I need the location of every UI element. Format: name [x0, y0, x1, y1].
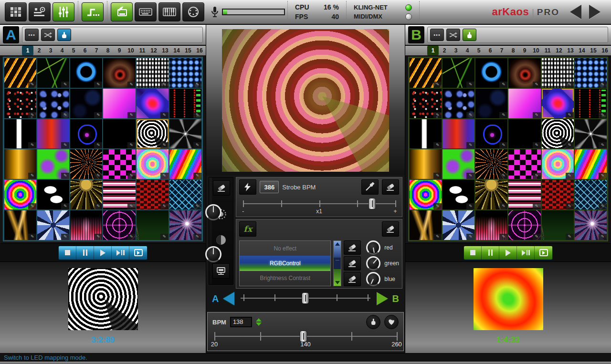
clip-cell-black-empty[interactable]: ✎	[508, 119, 540, 149]
clip-cell-light-starburst[interactable]: ✎	[169, 210, 201, 240]
strobe-eraser-button[interactable]	[382, 179, 399, 195]
clip-edit-pencil-icon[interactable]: ✎	[94, 142, 102, 148]
clip-cell-white-beans[interactable]: ✎	[442, 180, 474, 209]
clip-cell-rainbow-zigzag[interactable]: ✎	[575, 149, 607, 179]
clip-edit-pencil-icon[interactable]: ✎	[127, 82, 136, 88]
step-sequencer-button[interactable]	[82, 2, 104, 21]
column-number-9[interactable]: 9	[114, 46, 125, 55]
clip-cell-purple-red-stripes[interactable]: ✎	[442, 119, 474, 149]
deck-a-shuffle-button[interactable]	[41, 29, 55, 41]
clip-edit-pencil-icon[interactable]: ✎	[94, 173, 102, 179]
clip-cell-blue-kaleidoscope[interactable]: ✎	[442, 210, 474, 240]
clip-edit-pencil-icon[interactable]: ✎	[599, 173, 607, 179]
deck-b-autoplay-loop-button[interactable]	[535, 246, 552, 260]
crossfader-handle[interactable]	[302, 292, 309, 304]
fx-param1-eraser-button[interactable]	[344, 240, 361, 255]
clip-edit-pencil-icon[interactable]: ✎	[466, 112, 474, 118]
clip-edit-pencil-icon[interactable]: ✎	[28, 234, 36, 240]
clip-cell-blue-kaleidoscope[interactable]: ✎	[37, 210, 69, 240]
clip-cell-bw-dancers[interactable]: ✎	[542, 58, 574, 88]
crossfader[interactable]	[241, 291, 370, 307]
clip-cell-blue-cat-face[interactable]: ✎	[475, 119, 507, 149]
clip-cell-gold-fire-streaks[interactable]: ✎	[4, 210, 36, 240]
column-number-9[interactable]: 9	[519, 46, 530, 55]
bpm-stepper[interactable]	[256, 318, 262, 326]
clip-cell-red-white-confetti[interactable]: ✎	[410, 89, 442, 118]
column-number-1[interactable]: 1	[22, 46, 33, 55]
column-number-11[interactable]: 11	[137, 46, 148, 55]
clip-cell-psychedelic-flower[interactable]: ✎	[4, 180, 36, 209]
clip-cell-green-laser-lines[interactable]: ✎	[442, 58, 474, 88]
clip-edit-pencil-icon[interactable]: ✎	[566, 112, 574, 118]
clip-cell-neon-square-tunnel[interactable]: ✎	[103, 210, 135, 240]
beat-sync-button[interactable]	[384, 315, 399, 329]
deck-b-play-button[interactable]	[499, 246, 517, 260]
column-number-12[interactable]: 12	[553, 46, 565, 55]
clip-cell-bw-spiral[interactable]: ✎	[542, 119, 574, 149]
clip-cell-orange-ray-burst[interactable]: ✎	[475, 149, 507, 179]
clip-edit-pencil-icon[interactable]: ✎	[566, 142, 574, 148]
clip-cell-blue-bokeh[interactable]: ✎	[442, 89, 474, 118]
clip-cell-rgb-diamond[interactable]: ✎	[542, 89, 574, 118]
clip-cell-white-vertical-bar[interactable]: ✎	[4, 119, 36, 149]
fx-eraser-button[interactable]	[382, 221, 399, 237]
clip-edit-pencil-icon[interactable]: ✎	[533, 82, 541, 88]
fx-param2-eraser-button[interactable]	[344, 256, 361, 270]
strobe-bpm-value[interactable]: 386	[260, 181, 279, 193]
column-number-2[interactable]: 2	[439, 46, 450, 55]
clip-edit-pencil-icon[interactable]: ✎	[28, 112, 36, 118]
clip-edit-pencil-icon[interactable]: ✎	[61, 82, 69, 88]
column-number-7[interactable]: 7	[496, 46, 507, 55]
column-number-15[interactable]: 15	[182, 46, 194, 55]
clip-edit-pencil-icon[interactable]: ✎	[566, 82, 574, 88]
clip-edit-pencil-icon[interactable]: ✎	[160, 142, 169, 148]
clip-cell-pink-zigzag-waves[interactable]: ✎	[508, 180, 540, 209]
clip-edit-pencil-icon[interactable]: ✎	[566, 203, 574, 209]
clip-cell-red-eye[interactable]: ✎	[508, 58, 540, 88]
clip-cell-orange-diagonal-stripes[interactable]: ✎	[410, 58, 442, 88]
clip-cell-blue-diamond-lattice[interactable]: ✎	[575, 180, 607, 209]
clip-cell-golden-sun-rays[interactable]: ✎	[475, 180, 507, 209]
deck-b-stop-button[interactable]	[464, 246, 482, 260]
clip-edit-pencil-icon[interactable]: ✎	[433, 112, 442, 118]
bpm-increase-arrow[interactable]	[256, 318, 262, 322]
clip-edit-pencil-icon[interactable]: ✎	[499, 173, 507, 179]
column-number-10[interactable]: 10	[125, 46, 137, 55]
column-number-12[interactable]: 12	[148, 46, 159, 55]
deck-a-touch-mode-button[interactable]	[57, 29, 71, 41]
blue-knob[interactable]	[366, 272, 380, 286]
scroll-thumb[interactable]: ---	[334, 258, 341, 269]
column-number-2[interactable]: 2	[33, 46, 45, 55]
clip-cell-laser-fan[interactable]: ✎	[542, 210, 574, 240]
clip-cell-pink-spectrum[interactable]: ✎	[70, 210, 102, 240]
clip-cell-magenta-pixel-blocks[interactable]: ✎	[103, 149, 135, 179]
strobe-slider[interactable]: - x1 +	[243, 196, 395, 215]
clip-edit-pencil-icon[interactable]: ✎	[28, 82, 36, 88]
fx-button[interactable]: fx	[239, 221, 256, 237]
column-number-16[interactable]: 16	[194, 46, 205, 55]
clip-edit-pencil-icon[interactable]: ✎	[566, 173, 574, 179]
column-number-8[interactable]: 8	[507, 46, 519, 55]
column-number-7[interactable]: 7	[91, 46, 102, 55]
clip-edit-pencil-icon[interactable]: ✎	[499, 234, 507, 240]
clip-cell-amber-blur[interactable]: ✎	[4, 149, 36, 179]
next-arrow-button[interactable]	[589, 5, 600, 19]
clip-cell-blue-diamond-lattice[interactable]: ✎	[169, 180, 201, 209]
strobe-picker-button[interactable]	[361, 179, 379, 195]
output-display-button[interactable]	[212, 263, 230, 279]
column-number-15[interactable]: 15	[588, 46, 599, 55]
brightness-knob[interactable]	[205, 204, 221, 220]
clip-edit-pencil-icon[interactable]: ✎	[533, 203, 541, 209]
clip-edit-pencil-icon[interactable]: ✎	[599, 203, 607, 209]
clip-edit-pencil-icon[interactable]: ✎	[466, 234, 474, 240]
clip-edit-pencil-icon[interactable]: ✎	[94, 112, 102, 118]
effect-item-brightness-contrast[interactable]: Brightness Contrast	[240, 271, 330, 286]
column-number-8[interactable]: 8	[102, 46, 114, 55]
clip-edit-pencil-icon[interactable]: ✎	[28, 203, 36, 209]
clip-edit-pencil-icon[interactable]: ✎	[499, 142, 507, 148]
clip-cell-rainbow-zigzag[interactable]: ✎	[169, 149, 201, 179]
clip-edit-pencil-icon[interactable]: ✎	[94, 234, 102, 240]
clip-cell-gray-starburst[interactable]: ✎	[575, 119, 607, 149]
grid-patterns-button[interactable]	[5, 2, 27, 21]
deck-b-shuffle-button[interactable]	[446, 29, 460, 41]
